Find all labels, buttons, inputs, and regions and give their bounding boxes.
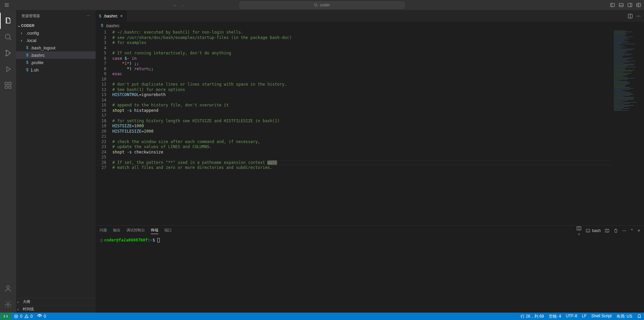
- panel-tab-terminal[interactable]: 终端: [151, 228, 158, 234]
- layout-sidebar-right-icon[interactable]: [627, 2, 633, 8]
- search-text: coder: [320, 3, 330, 7]
- more-icon[interactable]: ⋯: [636, 13, 641, 18]
- sidebar-title: 资源管理器: [21, 13, 40, 18]
- terminal-kill-icon[interactable]: [613, 228, 618, 233]
- status-problems[interactable]: 0 0: [11, 313, 35, 320]
- status-spaces[interactable]: 空格: 4: [546, 314, 564, 319]
- chevron-down-icon: ⌄: [17, 24, 20, 28]
- svg-point-6: [6, 50, 7, 51]
- shell-file-icon: $: [26, 45, 29, 50]
- terminal-split-icon[interactable]: [605, 228, 609, 233]
- folder-root[interactable]: ⌄ CODER: [16, 22, 96, 29]
- svg-rect-2: [619, 3, 623, 7]
- layout-customize-icon[interactable]: [636, 2, 641, 8]
- panel-close-icon[interactable]: ×: [638, 228, 640, 233]
- svg-rect-10: [5, 86, 7, 88]
- svg-rect-1: [610, 3, 614, 7]
- terminal[interactable]: ○coder@fa2a06087b0f:~$: [96, 236, 644, 313]
- file-item[interactable]: $.profile: [16, 59, 96, 66]
- chevron-right-icon: ›: [17, 300, 23, 304]
- shell-file-icon: $: [26, 67, 29, 72]
- status-lang[interactable]: Shell Script: [589, 314, 614, 318]
- folder-root-name: CODER: [21, 24, 35, 28]
- terminal-cursor: [157, 238, 160, 242]
- activity-explorer-icon[interactable]: [0, 13, 16, 29]
- menu-icon[interactable]: [4, 2, 9, 8]
- status-ports[interactable]: 0: [35, 313, 48, 320]
- chevron-right-icon: ›: [17, 307, 23, 311]
- svg-point-13: [7, 286, 9, 288]
- folder-item[interactable]: ›.config: [16, 29, 96, 37]
- svg-rect-11: [9, 86, 11, 88]
- svg-point-5: [5, 34, 10, 39]
- titlebar: ← → coder: [0, 0, 644, 10]
- outline-section[interactable]: › 大纲: [16, 298, 96, 305]
- activity-search-icon[interactable]: [0, 29, 16, 45]
- activity-debug-icon[interactable]: [0, 61, 16, 77]
- more-icon[interactable]: ⋯: [622, 228, 626, 233]
- shell-file-icon: $: [99, 14, 101, 18]
- svg-point-20: [39, 316, 41, 317]
- shell-file-icon: $: [26, 53, 29, 57]
- chevron-right-icon: ›: [21, 38, 26, 43]
- folder-item[interactable]: ›.local: [16, 37, 96, 44]
- svg-point-8: [9, 52, 10, 54]
- nav-forward-icon[interactable]: →: [180, 3, 185, 8]
- minimap[interactable]: [612, 29, 644, 225]
- nav-back-icon[interactable]: ←: [173, 3, 177, 8]
- file-item[interactable]: $.bashrc: [16, 51, 96, 59]
- panel-tab-problems[interactable]: 问题: [100, 228, 107, 234]
- status-eol[interactable]: LF: [580, 314, 589, 318]
- activity-scm-icon[interactable]: [0, 45, 16, 61]
- file-item[interactable]: $.bash_logout: [16, 44, 96, 51]
- close-icon[interactable]: ×: [119, 13, 123, 18]
- svg-rect-12: [9, 82, 11, 85]
- svg-point-7: [6, 55, 7, 56]
- file-item[interactable]: $1.sh: [16, 66, 96, 74]
- shell-file-icon: $: [101, 23, 103, 28]
- panel-tab-ports[interactable]: 端口: [164, 228, 172, 234]
- svg-point-0: [315, 4, 317, 6]
- status-bar: 0 0 0 行 26，列 69 空格: 4 UTF-8 LF Shell Scr…: [0, 313, 644, 320]
- terminal-launch-profile-icon[interactable]: ⌄: [576, 226, 582, 236]
- panel-tab-output[interactable]: 输出: [113, 228, 120, 234]
- terminal-instance[interactable]: bash: [586, 228, 601, 233]
- status-encoding[interactable]: UTF-8: [564, 314, 580, 318]
- bottom-panel: 问题 输出 调试控制台 终端 端口 ⌄ bash ⋯ ⌃ ×: [96, 225, 644, 313]
- activity-extensions-icon[interactable]: [0, 77, 16, 93]
- remote-button[interactable]: [0, 313, 11, 320]
- file-tree: ›.config›.local$.bash_logout$.bashrc$.pr…: [16, 29, 96, 298]
- activity-accounts-icon[interactable]: [0, 280, 16, 296]
- svg-rect-17: [586, 229, 590, 232]
- activity-settings-icon[interactable]: [0, 296, 16, 313]
- panel-tab-debug[interactable]: 调试控制台: [126, 228, 145, 234]
- activity-bar: [0, 10, 16, 313]
- shell-file-icon: $: [26, 60, 29, 65]
- svg-point-14: [7, 304, 9, 306]
- editor[interactable]: 1234567891011121314151617181920212223242…: [96, 29, 644, 225]
- explorer-sidebar: 资源管理器 ⋯ ⌄ CODER ›.config›.local$.bash_lo…: [16, 10, 96, 313]
- breadcrumb[interactable]: $ .bashrc: [96, 22, 644, 29]
- panel-maximize-icon[interactable]: ⌃: [630, 228, 634, 233]
- svg-rect-9: [5, 82, 7, 85]
- status-ln-col[interactable]: 行 26，列 69: [518, 314, 546, 319]
- sidebar-more-icon[interactable]: ⋯: [87, 14, 90, 18]
- editor-tabs: $ .bashrc × ⋯: [96, 10, 644, 22]
- status-layout[interactable]: 布局: US: [614, 314, 635, 319]
- layout-panel-icon[interactable]: [619, 2, 624, 8]
- split-editor-icon[interactable]: [628, 13, 633, 19]
- layout-sidebar-left-icon[interactable]: [610, 2, 615, 8]
- timeline-section[interactable]: › 时间线: [16, 305, 96, 313]
- command-center[interactable]: coder: [239, 1, 405, 9]
- tab-bashrc[interactable]: $ .bashrc ×: [96, 10, 127, 22]
- terminal-decoration-icon: ○: [100, 238, 103, 242]
- code-content[interactable]: # ~/.bashrc: executed by bash(1) for non…: [112, 29, 612, 225]
- line-gutter: 1234567891011121314151617181920212223242…: [96, 29, 112, 225]
- chevron-right-icon: ›: [21, 31, 26, 36]
- status-bell-icon[interactable]: [635, 314, 644, 318]
- svg-rect-3: [628, 3, 632, 7]
